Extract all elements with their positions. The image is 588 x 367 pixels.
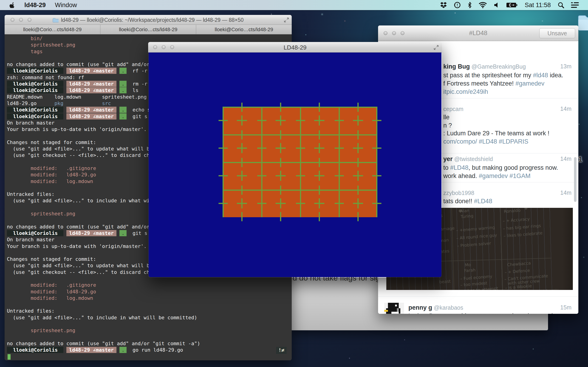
dropbox-icon[interactable] <box>440 2 447 8</box>
terminal-text: spritesheet.png <box>7 211 75 217</box>
prompt-status-chip: . <box>120 230 127 236</box>
scrollbar-thumb[interactable] <box>574 157 577 202</box>
tweet-text-line: : Ludum Dare 29 - The teams at work ! <box>443 130 549 137</box>
terminal-output-line: modified: log.mdown <box>7 295 292 301</box>
tweet-author-row[interactable]: penny g @karabaos <box>408 304 463 311</box>
terminal-text: zsh: command not found: rf <box>7 75 84 80</box>
handwritten-note: Chewbacca <box>507 261 531 267</box>
prompt-status-chip: . <box>120 87 127 93</box>
handwritten-note: – Problem solver <box>457 241 491 248</box>
tweet-author-row[interactable]: yer @twistedshield <box>443 156 493 163</box>
prompt-user-chip: lloeki@Coriolis <box>7 107 63 113</box>
tweet-author-row[interactable]: king Bug @GameBreakingBug <box>443 63 526 70</box>
game-canvas <box>149 52 441 277</box>
active-app-menu[interactable]: ld48-29 <box>24 2 46 9</box>
tweet-link[interactable]: #gamedev <box>515 80 544 87</box>
terminal-text: src <box>102 100 111 106</box>
prompt-branch-chip: ld48-29 ∠master <box>66 347 116 353</box>
terminal-text: ld48-29.go <box>7 100 54 106</box>
tweet-link[interactable]: #LD48 <box>450 164 468 171</box>
terminal-output-line <box>7 321 292 327</box>
tweet-link[interactable]: #LD48 <box>474 198 493 205</box>
handwritten-note: – All round nice guy <box>456 233 497 241</box>
terminal-output-line: (use "git add <file>..." to include in w… <box>7 315 292 321</box>
tweet-separator <box>378 296 578 297</box>
terminal-text: Untracked files: <box>7 308 54 314</box>
twitter-titlebar[interactable]: #LD48 Unsave <box>378 25 578 41</box>
tweet-text: to <box>443 164 450 171</box>
tweet-text: : Ludum Dare 29 - The teams at work ! <box>443 130 549 137</box>
tweet-author-name[interactable]: king Bug <box>443 63 470 70</box>
battery-icon[interactable] <box>506 2 518 8</box>
menu-item-window[interactable]: Window <box>55 2 77 9</box>
game-window[interactable]: LD48-29 <box>148 42 442 277</box>
terminal-text: modified: .gitignore <box>7 165 96 171</box>
tweet-timestamp: 14m <box>560 190 571 196</box>
terminal-tab-bar[interactable]: lloeki@Corio…cts/ld48-29lloeki@Corio…cts… <box>5 25 292 34</box>
tweet-link[interactable]: #gamedev #1GAM <box>479 173 531 179</box>
tweet-text-line: work ahead. #gamedev #1GAM <box>443 173 531 180</box>
tweet-text: n ? <box>443 122 452 129</box>
terminal-output-line <box>7 301 292 308</box>
tweet-link[interactable]: com/compo/ #LD48 #LDPARIS <box>443 138 528 145</box>
handwritten-note: – + Defence <box>504 268 530 275</box>
tweet-text-line: com/compo/ #LD48 #LDPARIS <box>443 138 528 145</box>
terminal-tab[interactable]: lloeki@Corio…cts/ld48-29 <box>196 25 292 34</box>
tweet-author-handle[interactable]: zzybob1998 <box>443 190 474 196</box>
tweet-author-handle[interactable]: @GameBreakingBug <box>470 63 526 70</box>
terminal-output-line: modified: ld48-29.go <box>7 289 292 295</box>
tweet-text-line: itpic.com/e249ih <box>443 88 488 95</box>
tweet-author-handle[interactable]: cepcam <box>443 106 464 112</box>
tweet-timestamp: 13m <box>560 63 571 70</box>
tweet-link[interactable]: itpic.com/e249ih <box>443 88 488 95</box>
terminal-text: On branch master <box>7 120 54 126</box>
volume-icon[interactable] <box>494 2 499 8</box>
handwritten-note: – has big ear rings <box>503 223 541 231</box>
tweet-text-line: Ludum Dare game idea: an artsy text base… <box>408 312 563 314</box>
tweet-author-row[interactable]: zzybob1998 <box>443 190 474 197</box>
wifi-icon[interactable] <box>479 2 487 8</box>
folder-proxy-icon <box>52 18 59 23</box>
svg-text:!: ! <box>457 3 458 7</box>
terminal-text: Changes not staged for commit: <box>7 140 96 145</box>
tweet-link[interactable]: #ld48 <box>533 72 548 79</box>
terminal-text: Changes not staged for commit: <box>7 256 96 262</box>
tweet-text-line: st pass at the spritesheet for my #ld48 … <box>443 72 563 79</box>
terminal-text: Untracked files: <box>7 191 54 197</box>
tweet-text-line: lle <box>443 114 450 121</box>
game-titlebar[interactable]: LD48-29 <box>148 42 442 52</box>
prompt-user-chip: lloeki@Coriolis <box>7 68 63 74</box>
unsave-button[interactable]: Unsave <box>539 28 575 38</box>
prompt-branch-chip: ld48-29 ∠master <box>66 68 116 74</box>
terminal-titlebar[interactable]: ld48-29 — lloeki@Coriolis: ~/Workspace/p… <box>5 15 292 25</box>
handwritten-note: Farah <box>464 267 476 273</box>
notification-list-icon[interactable] <box>571 2 579 8</box>
tweet-author-name[interactable]: penny g <box>408 304 432 311</box>
spotlight-icon[interactable] <box>558 2 564 8</box>
penguin-pixel-avatar[interactable] <box>384 303 404 314</box>
bluetooth-icon[interactable] <box>468 2 472 8</box>
handwritten-note: Alan <box>460 208 469 214</box>
photo-detail <box>524 208 527 210</box>
terminal-output-line <box>7 334 292 340</box>
expand-icon[interactable] <box>284 17 289 23</box>
expand-icon[interactable] <box>434 45 439 50</box>
tweet-text: st pass at the spritesheet for my <box>443 72 533 79</box>
terminal-tab[interactable]: lloeki@Corio…cts/ld48-29 <box>5 25 100 34</box>
alert-clock-icon[interactable]: ! <box>454 2 461 8</box>
terminal-title: ld48-29 — lloeki@Coriolis: ~/Workspace/p… <box>61 17 243 23</box>
prompt-status-chip: . <box>120 107 127 113</box>
terminal-text: spritesheet.png <box>7 42 75 48</box>
menu-bar[interactable]: ld48-29 Window ! Sat 11:58 <box>0 0 588 10</box>
terminal-text <box>63 100 102 106</box>
terminal-output-line <box>7 353 292 360</box>
tweet-author-row[interactable]: cepcam <box>443 106 464 113</box>
tweet-author-handle[interactable]: @karabaos <box>432 304 463 311</box>
terminal-text: Your branch is up-to-date with 'origin/m… <box>7 126 147 132</box>
apple-menu-icon[interactable] <box>9 2 15 8</box>
terminal-tab[interactable]: lloeki@Corio…cts/ld48-29 <box>100 25 196 34</box>
menu-clock[interactable]: Sat 11:58 <box>525 2 551 9</box>
tweet-author-handle[interactable]: @twistedshield <box>453 156 493 162</box>
desktop-folder-icon[interactable] <box>578 14 588 31</box>
tweet-author-name[interactable]: yer <box>443 156 453 162</box>
